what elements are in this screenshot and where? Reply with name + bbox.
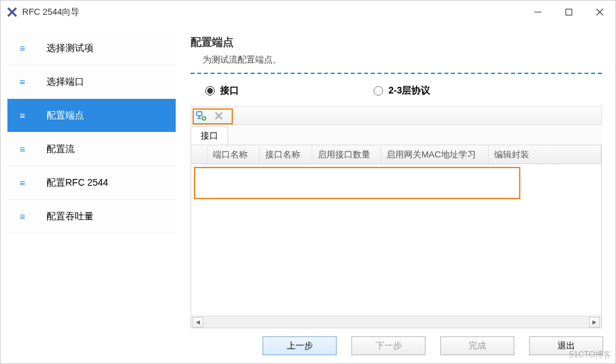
svg-rect-1 (566, 9, 572, 15)
sidebar-item-label: 配置吞吐量 (46, 211, 94, 223)
col-mac-learning[interactable]: 启用网关MAC地址学习 (381, 145, 489, 163)
tab-interface[interactable]: 接口 (191, 126, 228, 145)
radio-l23-input[interactable] (374, 86, 383, 96)
col-edit-encap[interactable]: 编辑封装 (489, 145, 601, 163)
main-panel: 配置端点 为测试流配置端点。 接口 2-3层协议 (176, 32, 609, 328)
add-interface-button[interactable] (195, 110, 207, 122)
menu-icon: ≡ (20, 43, 32, 54)
radio-interface[interactable]: 接口 (205, 85, 239, 97)
footer: 上一步 下一步 完成 退出 (1, 328, 615, 363)
data-grid: 端口名称 接口名称 启用接口数量 启用网关MAC地址学习 编辑封装 ◄ ► (191, 145, 602, 328)
titlebar: RFC 2544向导 (1, 1, 615, 24)
maximize-button[interactable] (553, 1, 584, 23)
radio-label: 接口 (220, 85, 239, 97)
content-area: ≡ 选择测试项 ≡ 选择端口 ≡ 配置端点 ≡ 配置流 ≡ 配置RFC 2544… (1, 24, 615, 328)
delete-button[interactable] (213, 110, 225, 122)
radio-group: 接口 2-3层协议 (191, 85, 602, 97)
wizard-window: RFC 2544向导 ≡ 选择测试项 ≡ 选择端口 ≡ 配置端点 ≡ 配置流 (0, 0, 616, 364)
window-title: RFC 2544向导 (22, 6, 79, 18)
sidebar-item-label: 配置端点 (46, 110, 84, 122)
window-controls (522, 1, 615, 23)
horizontal-scrollbar[interactable]: ◄ ► (191, 316, 601, 328)
grid-header: 端口名称 接口名称 启用接口数量 启用网关MAC地址学习 编辑封装 (191, 145, 601, 164)
radio-l23[interactable]: 2-3层协议 (374, 85, 430, 97)
sidebar-item-label: 配置流 (46, 143, 75, 155)
watermark: 51CTO博客 (570, 349, 611, 361)
finish-button[interactable]: 完成 (440, 336, 514, 355)
menu-icon: ≡ (20, 144, 32, 155)
menu-icon: ≡ (20, 178, 32, 188)
col-interface-name[interactable]: 接口名称 (260, 145, 312, 163)
svg-rect-4 (197, 112, 202, 116)
sidebar-item-ports[interactable]: ≡ 选择端口 (7, 65, 176, 99)
tab-label: 接口 (201, 131, 218, 141)
col-port-name[interactable]: 端口名称 (207, 145, 260, 163)
tab-strip: 接口 (191, 125, 602, 145)
scroll-left-icon[interactable]: ◄ (193, 317, 203, 328)
menu-icon: ≡ (20, 77, 32, 87)
sidebar-item-label: 选择端口 (46, 76, 84, 88)
page-title: 配置端点 (191, 36, 602, 50)
sidebar-item-label: 选择测试项 (46, 42, 94, 54)
sidebar-item-tests[interactable]: ≡ 选择测试项 (7, 32, 176, 65)
radio-label: 2-3层协议 (388, 85, 430, 97)
sidebar-item-label: 配置RFC 2544 (46, 177, 108, 189)
sidebar-item-throughput[interactable]: ≡ 配置吞吐量 (7, 200, 176, 233)
next-button[interactable]: 下一步 (351, 336, 425, 355)
sidebar: ≡ 选择测试项 ≡ 选择端口 ≡ 配置端点 ≡ 配置流 ≡ 配置RFC 2544… (7, 32, 176, 328)
prev-button[interactable]: 上一步 (263, 336, 337, 355)
menu-icon: ≡ (20, 211, 32, 222)
sidebar-item-streams[interactable]: ≡ 配置流 (7, 133, 176, 166)
app-icon (6, 6, 18, 18)
close-button[interactable] (584, 1, 615, 23)
scroll-right-icon[interactable]: ► (589, 317, 600, 328)
sidebar-item-endpoints[interactable]: ≡ 配置端点 (7, 99, 176, 133)
col-interface-count[interactable]: 启用接口数量 (312, 145, 381, 163)
page-subtitle: 为测试流配置端点。 (203, 54, 602, 66)
minimize-button[interactable] (522, 1, 553, 23)
separator (191, 73, 602, 74)
highlight-box (194, 167, 520, 199)
radio-interface-input[interactable] (205, 86, 215, 96)
grid-toolbar (191, 106, 602, 125)
sidebar-item-rfc2544[interactable]: ≡ 配置RFC 2544 (7, 166, 176, 200)
col-selector[interactable] (191, 145, 207, 163)
menu-icon: ≡ (20, 110, 32, 121)
grid-body[interactable] (191, 164, 601, 316)
